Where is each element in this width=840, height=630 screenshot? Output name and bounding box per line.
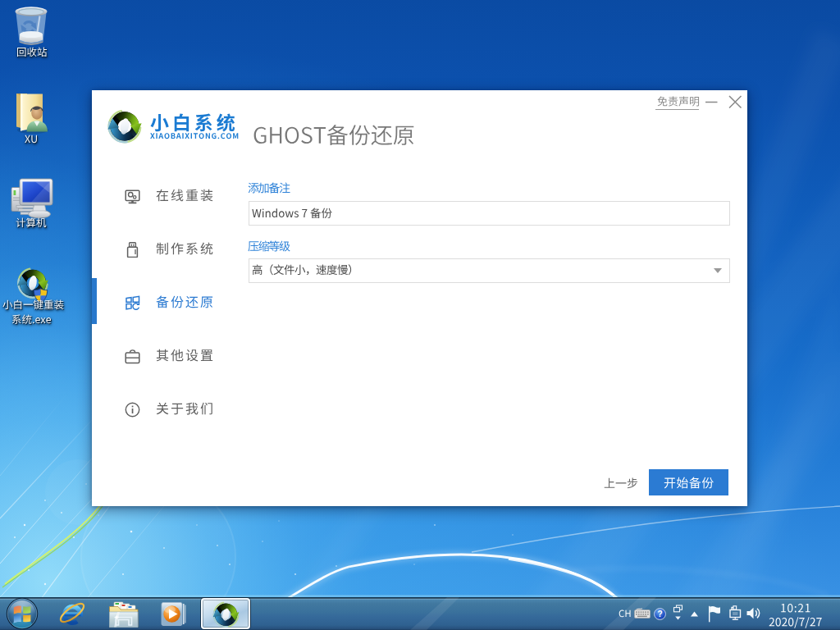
svg-text:?: ? (657, 609, 662, 619)
